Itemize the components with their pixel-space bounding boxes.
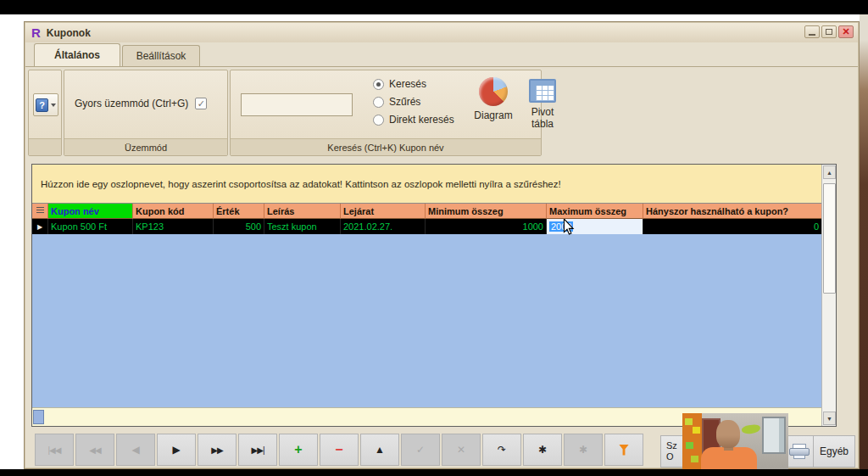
app-window: R Kuponok ✕ Általános Beállítások ? Gyor… bbox=[24, 21, 860, 469]
grid-header-row: Kupon név Kupon kód Érték Leírás Lejárat… bbox=[32, 204, 822, 219]
nav-filter-button[interactable] bbox=[604, 434, 643, 466]
tab-strip: Általános Beállítások bbox=[25, 42, 858, 67]
screen: R Kuponok ✕ Általános Beállítások ? Gyor… bbox=[0, 0, 868, 476]
diagram-label: Diagram bbox=[474, 109, 512, 121]
nav-next-page-button[interactable]: ▶▶ bbox=[198, 434, 236, 466]
radio-option-direkt-kereses[interactable]: Direkt keresés bbox=[373, 114, 454, 126]
minimize-icon bbox=[809, 34, 815, 36]
window-title: Kuponok bbox=[47, 27, 91, 39]
radio-option-kereses[interactable]: Keresés bbox=[373, 78, 454, 90]
pie-chart-icon bbox=[479, 77, 508, 106]
column-header-minimum-osszeg[interactable]: Minimum összeg bbox=[426, 204, 547, 219]
cursor-icon bbox=[563, 219, 575, 236]
quick-mode-checkbox[interactable]: ✓ bbox=[195, 98, 207, 109]
title-bar[interactable]: R Kuponok ✕ bbox=[25, 23, 858, 42]
horizontal-scrollbar-thumb[interactable] bbox=[33, 410, 44, 424]
cell-kupon-nev[interactable]: Kupon 500 Ft bbox=[48, 219, 133, 234]
column-header-hanyszor[interactable]: Hányszor használható a kupon? bbox=[643, 204, 822, 219]
webcam-cabinet bbox=[682, 413, 702, 469]
column-menu-icon bbox=[36, 207, 44, 215]
nav-next-button[interactable]: ▶ bbox=[157, 434, 196, 466]
record-navigator: |◀◀ ◀◀ ◀ ▶ ▶▶ ▶▶| + − ▲ ✓ ✕ ↷ ✱ ✱ bbox=[35, 434, 643, 466]
row-indicator-icon: ▶ bbox=[32, 219, 48, 234]
indicator-header[interactable] bbox=[32, 204, 48, 219]
chevron-down-icon bbox=[51, 104, 56, 107]
nav-edit-button[interactable]: ▲ bbox=[360, 434, 399, 466]
maximize-icon bbox=[826, 29, 832, 35]
pivot-table-button[interactable]: Pivot tábla bbox=[519, 76, 566, 137]
help-icon: ? bbox=[36, 98, 48, 112]
column-header-lejarat[interactable]: Lejárat bbox=[341, 204, 426, 219]
nav-goto-bookmark-button[interactable]: ✱ bbox=[564, 434, 603, 466]
webcam-window bbox=[762, 417, 786, 454]
printer-icon bbox=[789, 444, 810, 459]
nav-delete-button[interactable]: − bbox=[320, 434, 359, 466]
ribbon-group-label: Keresés (Ctrl+K) Kupon név bbox=[231, 138, 541, 155]
szo-line1: Sz bbox=[666, 440, 677, 451]
nav-bookmark-button[interactable]: ✱ bbox=[523, 434, 562, 466]
app-logo: R bbox=[31, 26, 41, 39]
coupon-grid: Húzzon ide egy oszlopnevet, hogy aszerin… bbox=[31, 164, 837, 427]
close-button[interactable]: ✕ bbox=[838, 25, 854, 38]
radio-icon[interactable] bbox=[373, 79, 384, 90]
scroll-down-icon[interactable]: ▼ bbox=[823, 412, 836, 425]
pivot-label: Pivot tábla bbox=[519, 106, 566, 130]
column-header-maximum-osszeg[interactable]: Maximum összeg bbox=[547, 204, 643, 219]
radio-label: Direkt keresés bbox=[389, 114, 454, 126]
vertical-scrollbar[interactable]: ▲ ▼ bbox=[821, 165, 836, 426]
letterbox-top bbox=[0, 0, 868, 14]
cell-kupon-kod[interactable]: KP123 bbox=[133, 219, 214, 234]
radio-option-szures[interactable]: Szűrés bbox=[373, 96, 454, 108]
column-header-kupon-nev[interactable]: Kupon név bbox=[48, 204, 133, 219]
tab-beallitasok[interactable]: Beállítások bbox=[122, 45, 200, 66]
cell-ertek[interactable]: 500 bbox=[214, 219, 264, 234]
nav-prior-page-button[interactable]: ◀◀ bbox=[75, 434, 114, 466]
pivot-table-icon bbox=[529, 79, 556, 103]
radio-label: Keresés bbox=[389, 78, 426, 90]
nav-refresh-button[interactable]: ↷ bbox=[482, 434, 521, 466]
vertical-scrollbar-thumb[interactable] bbox=[823, 183, 836, 294]
diagram-button[interactable]: Diagram bbox=[470, 76, 517, 137]
maximize-button[interactable] bbox=[821, 25, 837, 38]
cell-maximum-osszeg-editor[interactable]: 2000 bbox=[547, 219, 643, 234]
table-row: ▶ Kupon 500 Ft KP123 500 Teszt kupon 202… bbox=[32, 219, 822, 234]
nav-first-button[interactable]: |◀◀ bbox=[35, 434, 74, 466]
nav-prior-button[interactable]: ◀ bbox=[116, 434, 155, 466]
ribbon-group-help: ? bbox=[28, 70, 62, 156]
scroll-up-icon[interactable]: ▲ bbox=[823, 165, 836, 179]
cell-lejarat[interactable]: 2021.02.27. bbox=[341, 219, 426, 234]
szo-line2: O bbox=[666, 451, 674, 462]
cell-minimum-osszeg[interactable]: 1000 bbox=[426, 219, 547, 234]
radio-icon[interactable] bbox=[373, 97, 384, 108]
nav-post-button[interactable]: ✓ bbox=[401, 434, 440, 466]
egyeb-button[interactable]: Egyéb bbox=[813, 435, 855, 468]
column-header-ertek[interactable]: Érték bbox=[214, 204, 264, 219]
cell-hanyszor[interactable]: 0 bbox=[643, 219, 822, 234]
column-header-kupon-kod[interactable]: Kupon kód bbox=[133, 204, 214, 219]
search-input[interactable] bbox=[241, 93, 353, 116]
ribbon-group-kereses: Keresés Szűrés Direkt keresés Diagram Pi… bbox=[230, 70, 542, 156]
webcam-overlay bbox=[682, 413, 788, 469]
radio-label: Szűrés bbox=[389, 96, 420, 108]
ribbon-group-label bbox=[29, 138, 61, 155]
minimize-button[interactable] bbox=[804, 25, 820, 38]
help-dropdown-button[interactable]: ? bbox=[33, 93, 58, 116]
filter-funnel-icon bbox=[619, 445, 629, 456]
nav-last-button[interactable]: ▶▶| bbox=[238, 434, 277, 466]
tab-altalanos[interactable]: Általános bbox=[34, 43, 120, 66]
column-header-leiras[interactable]: Leírás bbox=[264, 204, 341, 219]
ribbon-group-label: Üzemmód bbox=[64, 138, 227, 155]
grid-group-panel[interactable]: Húzzon ide egy oszlopnevet, hogy aszerin… bbox=[32, 165, 822, 204]
radio-icon[interactable] bbox=[373, 115, 384, 126]
nav-cancel-button[interactable]: ✕ bbox=[442, 434, 481, 466]
webcam-ironing-board bbox=[741, 424, 760, 435]
cell-leiras[interactable]: Teszt kupon bbox=[264, 219, 341, 234]
desktop-right-band bbox=[860, 14, 868, 469]
ribbon-group-uzemmod: Gyors üzemmód (Ctrl+G) ✓ Üzemmód bbox=[64, 70, 228, 156]
webcam-person-head bbox=[716, 420, 740, 448]
nav-insert-button[interactable]: + bbox=[279, 434, 318, 466]
letterbox-bottom bbox=[0, 469, 868, 476]
quick-mode-label: Gyors üzemmód (Ctrl+G) bbox=[75, 98, 188, 109]
